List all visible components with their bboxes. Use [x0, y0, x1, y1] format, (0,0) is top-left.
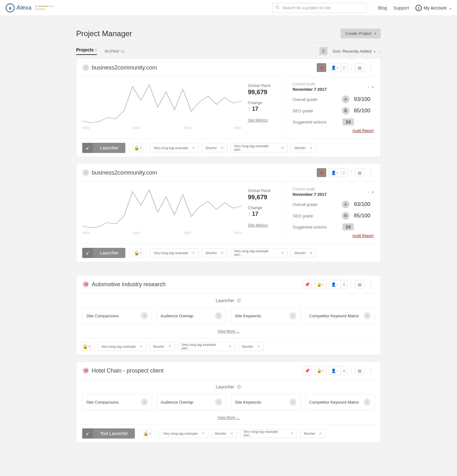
share-button[interactable]: 👤− 4 — [329, 366, 347, 375]
tool-site-comparisons[interactable]: Site Comparisonsi — [82, 307, 152, 324]
tab-projects[interactable]: Projects 5 — [76, 47, 97, 55]
project-title[interactable]: Automotive industry research — [92, 281, 302, 288]
user-minus-icon: 👤− — [331, 368, 339, 373]
launcher-label: Launcher — [93, 250, 125, 255]
share-count: 4 — [341, 280, 347, 288]
info-icon[interactable]: i — [215, 399, 222, 406]
launcher-button[interactable]: ➹ Launcher — [82, 248, 125, 258]
audit-next-button[interactable]: › — [372, 84, 374, 90]
info-icon[interactable]: i — [141, 399, 148, 406]
site-metrics-link[interactable]: Site Metrics — [248, 223, 280, 228]
remove-tag-icon[interactable]: ✕ — [281, 251, 284, 255]
seo-grade-label: SEO grade — [293, 109, 342, 113]
remove-tag-icon[interactable]: ✕ — [290, 431, 294, 436]
add-tag-button[interactable]: 🔒+ — [133, 248, 142, 257]
audit-report-link[interactable]: Audit Report — [352, 129, 374, 133]
view-more-link[interactable]: View More ⌄ — [76, 328, 381, 338]
overall-grade-letter: A — [342, 96, 349, 103]
remove-tag-icon[interactable]: ✕ — [230, 431, 233, 436]
overall-grade-label: Overall grade — [293, 97, 342, 102]
audit-next-button[interactable]: › — [372, 189, 374, 195]
seo-grade-letter: B — [342, 107, 349, 115]
remove-tag-icon[interactable]: ✕ — [257, 344, 260, 349]
add-tag-button[interactable]: 🔒+ — [133, 143, 142, 152]
info-icon[interactable]: i — [364, 312, 371, 319]
lock-button[interactable]: 🔒+ — [315, 280, 327, 289]
project-title[interactable]: business2community.com — [92, 64, 317, 71]
nav-support[interactable]: Support — [394, 5, 409, 10]
lock-plus-icon: 🔒+ — [317, 282, 324, 287]
tool-audience-overlap[interactable]: Audience Overlapi — [156, 394, 226, 410]
audit-date: November 7 2017 — [293, 192, 327, 197]
project-title[interactable]: business2community.com — [92, 169, 317, 176]
tab-archive[interactable]: Archive 30 — [104, 49, 124, 54]
info-icon[interactable]: i — [364, 399, 371, 406]
remove-tag-icon[interactable]: ✕ — [221, 146, 224, 150]
remove-tag-icon[interactable]: ✕ — [228, 344, 232, 349]
change-value: 17 — [252, 211, 258, 217]
remove-tag-icon[interactable]: ✕ — [221, 251, 224, 255]
share-button[interactable]: 👤− 4 — [329, 280, 347, 289]
more-menu[interactable]: ⋮ — [367, 367, 375, 374]
grid-view-button[interactable]: ▦ — [355, 280, 364, 289]
tool-site-comparisons[interactable]: Site Comparisonsi — [82, 394, 152, 410]
more-menu[interactable]: ⋮ — [367, 64, 375, 71]
add-tag-button[interactable]: 🔒+ — [143, 429, 152, 438]
logo[interactable]: a Alexa — [6, 3, 32, 12]
launcher-label: Launcher — [216, 298, 234, 303]
tool-audience-overlap[interactable]: Audience Overlapi — [156, 307, 226, 324]
remove-tag-icon[interactable]: ✕ — [309, 251, 313, 255]
audit-prev-button[interactable]: ‹ — [368, 84, 369, 90]
audit-prev-button[interactable]: ‹ — [368, 189, 369, 195]
tool-label: Competitor Keyword Matrix — [309, 400, 359, 405]
view-more-link[interactable]: View More ⌄ — [76, 414, 381, 424]
launcher-button[interactable]: ➹ Launcher — [82, 143, 125, 153]
info-icon[interactable]: i — [215, 312, 222, 319]
tag-plus-icon: 🔒+ — [134, 145, 142, 150]
search-input[interactable]: Search for a project or site — [272, 3, 367, 13]
remove-tag-icon[interactable]: ✕ — [202, 431, 205, 436]
audit-report-link[interactable]: Audit Report — [352, 234, 374, 238]
more-menu[interactable]: ⋮ — [367, 169, 375, 176]
info-icon[interactable]: i — [289, 312, 296, 319]
remove-tag-icon[interactable]: ✕ — [281, 146, 284, 150]
remove-tag-icon[interactable]: ✕ — [140, 344, 143, 349]
pin-icon: 📌 — [305, 368, 310, 373]
plus-icon — [374, 31, 376, 36]
tool-site-keywords[interactable]: Site Keywordsi — [231, 307, 301, 324]
remove-tag-icon[interactable]: ✕ — [319, 431, 322, 436]
pin-button[interactable]: 📌 — [317, 168, 326, 177]
share-button[interactable]: 👤+ 2 — [329, 168, 347, 177]
remove-tag-icon[interactable]: ✕ — [192, 146, 195, 150]
share-button[interactable]: 👤+ 2 — [329, 63, 347, 72]
grid-view-button[interactable]: ▦ — [355, 168, 364, 177]
info-icon[interactable]: i — [141, 312, 148, 319]
tool-launcher-button[interactable]: ➹ Tool Launcher — [82, 428, 135, 439]
tool-competitor-keyword-matrix[interactable]: Competitor Keyword Matrixi — [305, 307, 375, 324]
grid-icon: ▦ — [358, 282, 361, 287]
lock-button[interactable]: 🔒+ — [315, 366, 327, 375]
more-menu[interactable]: ⋮ — [367, 281, 375, 288]
grid-view-button[interactable]: ▦ — [355, 63, 364, 72]
create-project-button[interactable]: Create Project — [341, 29, 381, 38]
pin-button[interactable]: 📌 — [317, 63, 326, 72]
remove-tag-icon[interactable]: ✕ — [192, 251, 195, 255]
sort-menu[interactable]: Sort: Recently Added — [333, 49, 375, 54]
site-metrics-link[interactable]: Site Metrics — [248, 118, 280, 122]
tag: Shorter✕ — [291, 143, 316, 152]
project-title[interactable]: Hotel Chain - prospect client — [92, 367, 302, 374]
tool-competitor-keyword-matrix[interactable]: Competitor Keyword Matrixi — [305, 394, 375, 410]
nav-blog[interactable]: Blog — [378, 5, 387, 10]
pin-button[interactable]: 📌 — [302, 280, 312, 289]
remove-tag-icon[interactable]: ✕ — [309, 146, 313, 150]
bulk-archive-button[interactable]: 🗄 — [319, 47, 328, 55]
sort-direction-button[interactable] — [379, 49, 381, 54]
account-menu[interactable]: My Account — [415, 5, 451, 11]
info-icon[interactable]: i — [289, 399, 296, 406]
add-tag-button[interactable]: 🔒+ — [82, 342, 91, 351]
tab-projects-count: 5 — [95, 48, 97, 52]
pin-button[interactable]: 📌 — [302, 366, 312, 375]
grid-view-button[interactable]: ▦ — [355, 366, 364, 375]
tool-site-keywords[interactable]: Site Keywordsi — [231, 394, 301, 410]
remove-tag-icon[interactable]: ✕ — [168, 344, 171, 349]
